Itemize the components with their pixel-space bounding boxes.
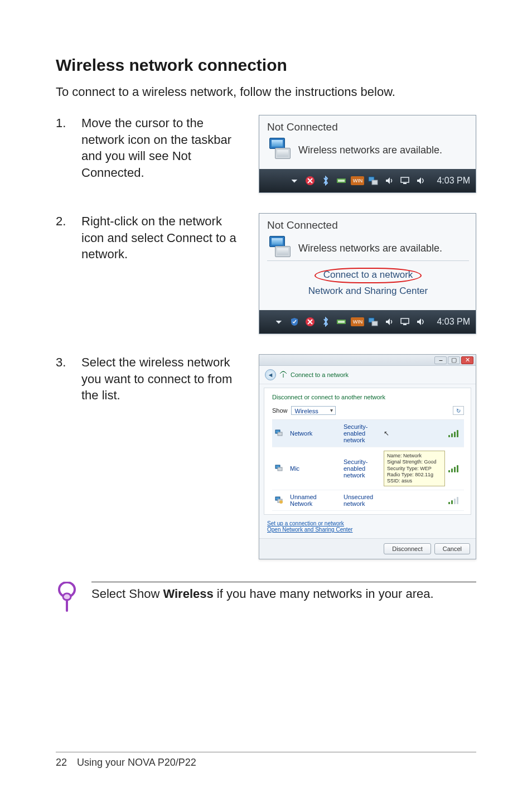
signal-strength-icon <box>448 429 458 437</box>
link-open-sharing-center[interactable]: Open Network and Sharing Center <box>267 526 468 533</box>
step-3-text: Select the wireless network you want to … <box>81 354 250 404</box>
step-3: 3. Select the wireless network you want … <box>56 354 476 559</box>
signal-strength-icon <box>448 496 458 504</box>
wifi-icon <box>274 429 287 438</box>
safely-remove-icon[interactable] <box>335 316 347 328</box>
taskbar-clock: 4:03 PM <box>437 176 470 186</box>
footer-chapter: Using your NOVA P20/P22 <box>77 757 196 769</box>
speaker-tray-icon[interactable] <box>414 175 427 187</box>
step-1-text: Move the cursor to the network icon on t… <box>81 115 250 181</box>
network-icon <box>267 138 292 162</box>
popup-context-menu: Not Connected Wireless networks are avai… <box>259 213 476 334</box>
network-row[interactable]: Unnamed Network Unsecured network <box>272 490 464 511</box>
network-name: Network <box>290 430 340 437</box>
popup1-message: Wireless networks are available. <box>298 144 442 156</box>
monitor-tray-icon[interactable] <box>399 175 411 187</box>
language-icon[interactable]: WIN <box>351 317 364 326</box>
maximize-button[interactable]: ▢ <box>448 356 460 364</box>
tray-network-icon[interactable] <box>367 316 380 328</box>
minimize-button[interactable]: ‒ <box>434 356 447 364</box>
svg-rect-11 <box>372 321 378 326</box>
svg-rect-17 <box>278 467 282 471</box>
wifi-icon <box>274 464 287 473</box>
dialog-subheader: Disconnect or connect to another network <box>272 394 464 400</box>
system-tray: ⏷ WIN <box>273 316 427 328</box>
network-row[interactable]: Mic Security-enabled network Name: Netwo… <box>272 447 464 490</box>
monitor-tray-icon[interactable] <box>399 316 411 328</box>
show-dropdown[interactable]: Wireless <box>291 406 336 415</box>
step-1: 1. Move the cursor to the network icon o… <box>56 115 476 193</box>
network-list: Network Security-enabled network ↖ Mic S… <box>272 419 464 511</box>
cancel-button[interactable]: Cancel <box>434 543 470 554</box>
speaker-tray-icon[interactable] <box>414 316 427 328</box>
close-button[interactable]: ✕ <box>461 356 473 364</box>
popup2-title: Not Connected <box>267 219 469 231</box>
step-3-image: ‒ ▢ ✕ ◄ Connect to a network Disconnect … <box>259 354 476 559</box>
dialog-antenna-icon <box>279 370 287 379</box>
show-label: Show <box>272 407 288 414</box>
taskbar: ⏷ WIN <box>259 310 476 334</box>
network-row[interactable]: Network Security-enabled network ↖ <box>272 420 464 447</box>
close-icon[interactable] <box>304 175 316 187</box>
page-footer: 22 Using your NOVA P20/P22 <box>56 752 476 769</box>
menu-network-sharing-center[interactable]: Network and Sharing Center <box>267 284 469 298</box>
close-icon[interactable] <box>304 316 316 328</box>
connect-network-dialog: ‒ ▢ ✕ ◄ Connect to a network Disconnect … <box>259 354 476 559</box>
tray-up-icon[interactable]: ⏷ <box>288 175 301 187</box>
svg-rect-12 <box>401 318 409 323</box>
network-security: Unsecured network <box>344 494 380 507</box>
highlight-oval: Connect to a network <box>315 268 422 283</box>
network-name: Mic <box>290 465 340 472</box>
intro-text: To connect to a wireless network, follow… <box>56 85 476 99</box>
link-setup-connection[interactable]: Set up a connection or network <box>267 520 468 526</box>
pushpin-icon <box>56 582 81 613</box>
disconnect-button[interactable]: Disconnect <box>384 543 431 554</box>
svg-rect-13 <box>403 324 407 325</box>
svg-rect-9 <box>338 321 345 323</box>
section-title: Wireless network connection <box>56 56 476 75</box>
wifi-warning-icon <box>274 496 287 505</box>
back-button[interactable]: ◄ <box>265 369 276 380</box>
step-2: 2. Right-click on the network icon and s… <box>56 213 476 334</box>
volume-icon[interactable] <box>383 175 395 187</box>
cursor-icon: ↖ <box>384 429 445 437</box>
safely-remove-icon[interactable] <box>335 175 347 187</box>
network-tooltip: Name: Network Signal Strength: Good Secu… <box>384 451 445 486</box>
step-2-image: Not Connected Wireless networks are avai… <box>259 213 476 334</box>
network-name: Unnamed Network <box>290 494 340 507</box>
step-1-image: Not Connected Wireless networks are avai… <box>259 115 476 193</box>
system-tray: ⏷ WIN <box>288 175 427 187</box>
step-1-number: 1. <box>56 115 72 131</box>
bluetooth-icon[interactable] <box>320 175 332 187</box>
signal-strength-icon <box>448 465 458 472</box>
popup1-title: Not Connected <box>267 121 469 133</box>
svg-point-20 <box>279 500 283 504</box>
network-security: Security-enabled network <box>344 458 380 479</box>
taskbar: ⏷ WIN <box>259 169 476 192</box>
popup2-message: Wireless networks are available. <box>298 243 442 254</box>
refresh-button[interactable]: ↻ <box>453 406 464 415</box>
taskbar-clock: 4:03 PM <box>437 317 470 327</box>
svg-rect-6 <box>403 183 407 184</box>
menu-connect-to-network[interactable]: Connect to a network <box>267 267 469 284</box>
step-3-number: 3. <box>56 354 72 370</box>
svg-rect-4 <box>372 180 378 185</box>
volume-icon[interactable] <box>383 316 395 328</box>
step-2-text: Right-click on the network icon and sele… <box>81 213 250 263</box>
tray-network-icon[interactable] <box>367 175 380 187</box>
svg-rect-15 <box>278 432 282 436</box>
tray-up-icon[interactable]: ⏷ <box>273 316 285 328</box>
shield-icon[interactable] <box>288 316 301 328</box>
step-2-number: 2. <box>56 213 72 229</box>
language-icon[interactable]: WIN <box>351 176 364 185</box>
popup-not-connected: Not Connected Wireless networks are avai… <box>259 115 476 193</box>
dialog-titlebar: ‒ ▢ ✕ <box>259 355 476 366</box>
dialog-header: Connect to a network <box>291 371 349 378</box>
bluetooth-icon[interactable] <box>320 316 332 328</box>
svg-rect-2 <box>338 180 345 182</box>
page-number: 22 <box>56 757 67 769</box>
note-text: Select Show Wireless if you have many ne… <box>91 582 476 601</box>
network-icon <box>267 236 292 260</box>
note-block: Select Show Wireless if you have many ne… <box>56 582 476 613</box>
svg-rect-5 <box>401 177 409 182</box>
